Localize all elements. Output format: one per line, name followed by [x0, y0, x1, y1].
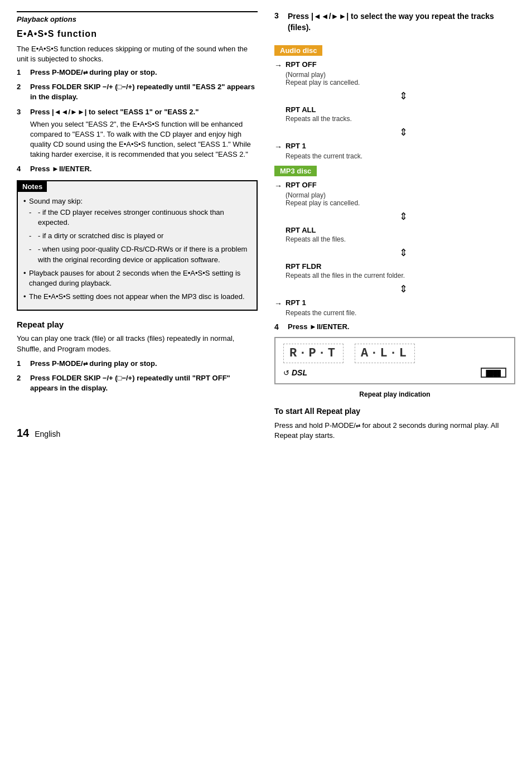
battery-icon: ████: [481, 368, 507, 378]
step4-row: 4 Press ►II/ENTER.: [274, 322, 515, 331]
rpt-1-desc: Repeats the current track.: [286, 152, 515, 160]
notes-header: Notes: [18, 181, 47, 192]
mp3-rpt-off-row: → RPT OFF: [274, 181, 515, 190]
all-repeat-heading: To start All Repeat play: [274, 406, 515, 417]
display-bottom-row: ↺ DSL ████: [283, 368, 506, 378]
note-sub-1: - if the CD player receives stronger con…: [29, 208, 251, 228]
display-all-text: A·L·L: [355, 344, 415, 363]
down-arrow-3: ⇕: [291, 210, 515, 223]
step3-number: 3: [274, 11, 286, 20]
step-number: 3: [17, 107, 28, 160]
eass-description: The E•A•S•S function reduces skipping or…: [17, 44, 258, 64]
rpt-all-row: RPT ALL: [286, 105, 515, 114]
all-repeat-desc: Press and hold P-MODE/⇄ for about 2 seco…: [274, 421, 515, 441]
mp3-rpt-1-row: → RPT 1: [274, 298, 515, 308]
step-bold: Press P-MODE/⇄ during play or stop.: [30, 68, 157, 76]
down-arrow-2: ⇕: [291, 126, 515, 138]
repeat-indication-label: Repeat play indication: [274, 390, 515, 399]
step-content: Press ►II/ENTER.: [30, 164, 258, 174]
eass-step-2: 2 Press FOLDER SKIP −/+ (□−/+) repeatedl…: [17, 82, 258, 102]
notes-box: Notes Sound may skip: - if the CD player…: [17, 180, 258, 311]
rpt-all-desc: Repeats all the tracks.: [286, 115, 515, 123]
rpt-off-desc: (Normal play)Repeat play is cancelled.: [286, 71, 515, 86]
rpt-all-label: RPT ALL: [286, 105, 316, 114]
display-top-row: R·P·T A·L·L: [283, 344, 506, 363]
step-content: Press P-MODE/⇄ during play or stop.: [30, 67, 258, 78]
mp3-rpt-all-desc: Repeats all the files.: [286, 235, 515, 243]
display-left: R·P·T A·L·L ↺ DSL ████: [283, 344, 506, 378]
right-column: 3 Press |◄◄/►►| to select the way you re…: [274, 11, 515, 444]
mp3-rpt-fldr-desc: Repeats all the files in the current fol…: [286, 272, 515, 279]
mp3-rpt-flow: → RPT OFF (Normal play)Repeat play is ca…: [274, 181, 515, 317]
step-bold: Press |◄◄/►►| to select "EASS 1" or "EAS…: [30, 108, 199, 116]
step-bold: Press FOLDER SKIP −/+ (□−/+) repeatedly …: [30, 374, 230, 392]
notes-content: Sound may skip: - if the CD player recei…: [18, 192, 257, 310]
rpt-off-row: → RPT OFF: [274, 60, 515, 70]
rpt-1-label: RPT 1: [286, 142, 306, 150]
step-number: 4: [17, 164, 28, 174]
battery-fill: ████: [486, 370, 501, 375]
mp3-rpt-off-label: RPT OFF: [286, 181, 317, 189]
repeat-step-2: 2 Press FOLDER SKIP −/+ (□−/+) repeatedl…: [17, 373, 258, 393]
page-footer: 14 English: [17, 416, 258, 440]
mp3-rpt-all-label: RPT ALL: [286, 226, 316, 234]
arrow-icon: →: [274, 61, 282, 70]
display-image: R·P·T A·L·L ↺ DSL ████: [274, 337, 515, 384]
note-item-2: Playback pauses for about 2 seconds when…: [23, 268, 251, 288]
language-label: English: [35, 430, 60, 438]
step4-label: Press ►II/ENTER.: [288, 322, 349, 331]
down-arrow-5: ⇕: [291, 283, 515, 295]
eass-step-1: 1 Press P-MODE/⇄ during play or stop.: [17, 67, 258, 78]
step-content: Press P-MODE/⇄ during play or stop.: [30, 359, 258, 369]
eass-heading: E•A•S•S function: [17, 28, 258, 40]
mp3-rpt-1-desc: Repeats the current file.: [286, 309, 515, 317]
audio-rpt-flow: → RPT OFF (Normal play)Repeat play is ca…: [274, 60, 515, 160]
eass-step-4: 4 Press ►II/ENTER.: [17, 164, 258, 174]
top-divider: [17, 11, 258, 12]
mp3-rpt-all-row: RPT ALL: [286, 226, 515, 234]
mp3-disc-badge: MP3 disc: [274, 166, 317, 176]
arrow-icon: →: [274, 299, 282, 308]
mp3-rpt-1-label: RPT 1: [286, 298, 306, 307]
repeat-description: You can play one track (file) or all tra…: [17, 334, 258, 354]
rpt-off-label: RPT OFF: [286, 60, 317, 69]
page-number: 14: [17, 427, 29, 440]
note-sub-3: - when using poor-quality CD-Rs/CD-RWs o…: [29, 244, 251, 264]
step-bold: Press ►II/ENTER.: [30, 165, 91, 173]
down-arrow-4: ⇕: [291, 247, 515, 259]
playback-options-label: Playback options: [17, 15, 258, 25]
step3-row: 3 Press |◄◄/►►| to select the way you re…: [274, 11, 515, 38]
notes-list: Sound may skip: - if the CD player recei…: [23, 196, 251, 302]
display-rpt-text: R·P·T: [283, 344, 344, 363]
dsl-label: DSL: [292, 368, 307, 377]
eass-step-3: 3 Press |◄◄/►►| to select "EASS 1" or "E…: [17, 107, 258, 160]
step3-bold: Press |◄◄/►►| to select the way you repe…: [288, 12, 494, 32]
mp3-rpt-fldr-row: RPT FLDR: [286, 262, 515, 271]
note-sub-2: - if a dirty or scratched disc is played…: [29, 231, 251, 241]
step3-heading: Press |◄◄/►►| to select the way you repe…: [288, 11, 515, 33]
step-content: Press FOLDER SKIP −/+ (□−/+) repeatedly …: [30, 82, 258, 102]
step-number: 2: [17, 373, 28, 393]
step-content: Press |◄◄/►►| to select "EASS 1" or "EAS…: [30, 107, 258, 160]
step-number: 2: [17, 82, 28, 102]
step-number: 1: [17, 359, 28, 369]
display-image-inner: R·P·T A·L·L ↺ DSL ████: [283, 344, 506, 378]
repeat-heading: Repeat play: [17, 319, 258, 330]
arrow-icon: →: [274, 142, 282, 151]
down-arrow-1: ⇕: [291, 90, 515, 102]
step-number: 1: [17, 67, 28, 78]
repeat-step-1: 1 Press P-MODE/⇄ during play or stop.: [17, 359, 258, 369]
rpt-1-row: → RPT 1: [274, 142, 515, 151]
note-item-3: The E•A•S•S setting does not appear when…: [23, 292, 251, 302]
eass-steps-list: 1 Press P-MODE/⇄ during play or stop. 2 …: [17, 67, 258, 175]
note-item-1: Sound may skip: - if the CD player recei…: [23, 196, 251, 265]
mp3-rpt-fldr-label: RPT FLDR: [286, 262, 321, 271]
audio-disc-badge: Audio disc: [274, 45, 322, 56]
step-bold: Press P-MODE/⇄ during play or stop.: [30, 359, 157, 368]
repeat-icon: ↺: [283, 369, 289, 377]
note-subbullets: - if the CD player receives stronger con…: [29, 208, 251, 265]
step-content: Press FOLDER SKIP −/+ (□−/+) repeatedly …: [30, 373, 258, 393]
dsl-area: ↺ DSL: [283, 368, 307, 377]
mp3-rpt-off-desc: (Normal play)Repeat play is cancelled.: [286, 191, 515, 207]
step4-number: 4: [274, 322, 286, 331]
